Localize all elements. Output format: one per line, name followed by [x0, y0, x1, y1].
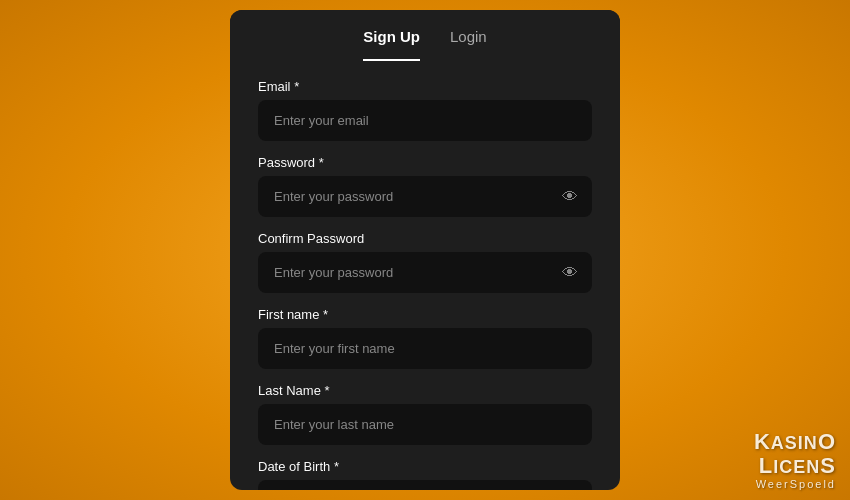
confirm-password-input[interactable]: [258, 252, 592, 293]
input-wrapper-email: [258, 100, 592, 141]
label-email: Email *: [258, 79, 592, 94]
label-confirm-password: Confirm Password: [258, 231, 592, 246]
password-eye-icon[interactable]: 👁: [562, 188, 578, 206]
input-wrapper-confirm-password: 👁: [258, 252, 592, 293]
input-wrapper-password: 👁: [258, 176, 592, 217]
last-name-input[interactable]: [258, 404, 592, 445]
dob-input[interactable]: [258, 480, 592, 490]
watermark-text-line1: KasinO: [754, 430, 836, 454]
confirm-password-eye-icon[interactable]: 👁: [562, 264, 578, 282]
field-group-email: Email *: [258, 79, 592, 141]
watermark: KasinO LicenS WeerSpoeld: [754, 430, 836, 490]
tab-login[interactable]: Login: [450, 28, 487, 61]
watermark-text-line2: LicenS: [759, 454, 836, 478]
input-wrapper-first-name: [258, 328, 592, 369]
watermark-sub: WeerSpoeld: [756, 478, 836, 490]
input-wrapper-last-name: [258, 404, 592, 445]
field-group-dob: Date of Birth *: [258, 459, 592, 490]
field-group-first-name: First name *: [258, 307, 592, 369]
label-first-name: First name *: [258, 307, 592, 322]
field-group-last-name: Last Name *: [258, 383, 592, 445]
first-name-input[interactable]: [258, 328, 592, 369]
form-body: Email * Password * 👁 Confirm Password: [230, 61, 620, 490]
tab-signup[interactable]: Sign Up: [363, 28, 420, 61]
label-password: Password *: [258, 155, 592, 170]
modal: Sign Up Login Email * Password * 👁: [230, 10, 620, 490]
field-group-password: Password * 👁: [258, 155, 592, 217]
email-input[interactable]: [258, 100, 592, 141]
tab-bar: Sign Up Login: [230, 10, 620, 61]
field-group-confirm-password: Confirm Password 👁: [258, 231, 592, 293]
label-last-name: Last Name *: [258, 383, 592, 398]
label-dob: Date of Birth *: [258, 459, 592, 474]
password-input[interactable]: [258, 176, 592, 217]
input-wrapper-dob: [258, 480, 592, 490]
